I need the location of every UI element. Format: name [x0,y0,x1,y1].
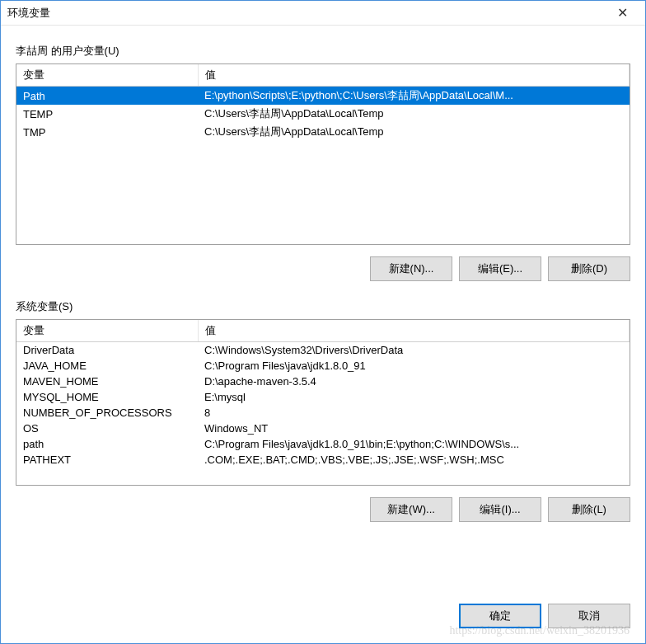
var-value-cell: C:\Users\李喆周\AppData\Local\Temp [198,123,630,141]
var-name-cell: Path [16,87,198,105]
user-header-value[interactable]: 值 [198,64,630,87]
var-value-cell: 8 [198,405,630,421]
var-value-cell: C:\Program Files\java\jdk1.8.0_91 [198,358,630,374]
env-vars-dialog: 环境变量 ✕ 李喆周 的用户变量(U) 变量 值 PathE:\python\S… [0,0,646,644]
system-edit-button[interactable]: 编辑(I)... [459,497,541,522]
var-name-cell: NUMBER_OF_PROCESSORS [16,405,198,421]
user-header-variable[interactable]: 变量 [16,64,198,87]
close-icon[interactable]: ✕ [606,2,639,25]
ok-button[interactable]: 确定 [459,604,541,628]
table-row[interactable]: MAVEN_HOMED:\apache-maven-3.5.4 [16,374,630,389]
user-delete-button[interactable]: 删除(D) [548,256,630,281]
dialog-content: 李喆周 的用户变量(U) 变量 值 PathE:\python\Scripts\… [1,26,645,590]
titlebar: 环境变量 ✕ [1,1,645,26]
var-value-cell: .COM;.EXE;.BAT;.CMD;.VBS;.VBE;.JS;.JSE;.… [198,452,630,468]
var-value-cell: C:\Users\李喆周\AppData\Local\Temp [198,105,630,123]
system-vars-label: 系统变量(S) [16,299,630,314]
table-row[interactable]: NUMBER_OF_PROCESSORS8 [16,405,630,421]
var-name-cell: MAVEN_HOME [16,374,198,389]
system-header-value[interactable]: 值 [198,320,630,342]
user-vars-listbox[interactable]: 变量 值 PathE:\python\Scripts\;E:\python\;C… [16,63,630,245]
table-row[interactable]: PATHEXT.COM;.EXE;.BAT;.CMD;.VBS;.VBE;.JS… [16,452,630,468]
var-value-cell: Windows_NT [198,421,630,436]
var-value-cell: E:\mysql [198,389,630,405]
user-vars-group: 李喆周 的用户变量(U) 变量 值 PathE:\python\Scripts\… [16,44,630,281]
system-delete-button[interactable]: 删除(L) [548,497,630,522]
user-vars-label: 李喆周 的用户变量(U) [16,44,630,59]
var-name-cell: TMP [16,123,198,141]
table-row[interactable]: PathE:\python\Scripts\;E:\python\;C:\Use… [16,87,630,105]
var-name-cell: OS [16,421,198,436]
var-name-cell: path [16,436,198,452]
table-row[interactable]: TEMPC:\Users\李喆周\AppData\Local\Temp [16,105,630,123]
table-row[interactable]: JAVA_HOMEC:\Program Files\java\jdk1.8.0_… [16,358,630,374]
table-row[interactable]: DriverDataC:\Windows\System32\Drivers\Dr… [16,342,630,358]
var-name-cell: MYSQL_HOME [16,389,198,405]
var-value-cell: C:\Windows\System32\Drivers\DriverData [198,342,630,358]
var-name-cell: PATHEXT [16,452,198,468]
table-row[interactable]: TMPC:\Users\李喆周\AppData\Local\Temp [16,123,630,141]
system-vars-listbox[interactable]: 变量 值 DriverDataC:\Windows\System32\Drive… [16,319,630,486]
table-row[interactable]: pathC:\Program Files\java\jdk1.8.0_91\bi… [16,436,630,452]
system-vars-group: 系统变量(S) 变量 值 DriverDataC:\Windows\System… [16,299,630,522]
system-header-variable[interactable]: 变量 [16,320,198,342]
table-row[interactable]: MYSQL_HOMEE:\mysql [16,389,630,405]
var-value-cell: C:\Program Files\java\jdk1.8.0_91\bin;E:… [198,436,630,452]
table-row[interactable]: OSWindows_NT [16,421,630,436]
var-value-cell: E:\python\Scripts\;E:\python\;C:\Users\李… [198,87,630,105]
user-new-button[interactable]: 新建(N)... [370,256,452,281]
user-edit-button[interactable]: 编辑(E)... [459,256,541,281]
system-new-button[interactable]: 新建(W)... [370,497,452,522]
var-name-cell: DriverData [16,342,198,358]
dialog-footer: 确定 取消 [1,590,645,643]
var-value-cell: D:\apache-maven-3.5.4 [198,374,630,389]
cancel-button[interactable]: 取消 [548,604,630,628]
system-buttons-row: 新建(W)... 编辑(I)... 删除(L) [16,497,630,522]
var-name-cell: TEMP [16,105,198,123]
window-title: 环境变量 [7,6,606,21]
user-buttons-row: 新建(N)... 编辑(E)... 删除(D) [16,256,630,281]
var-name-cell: JAVA_HOME [16,358,198,374]
